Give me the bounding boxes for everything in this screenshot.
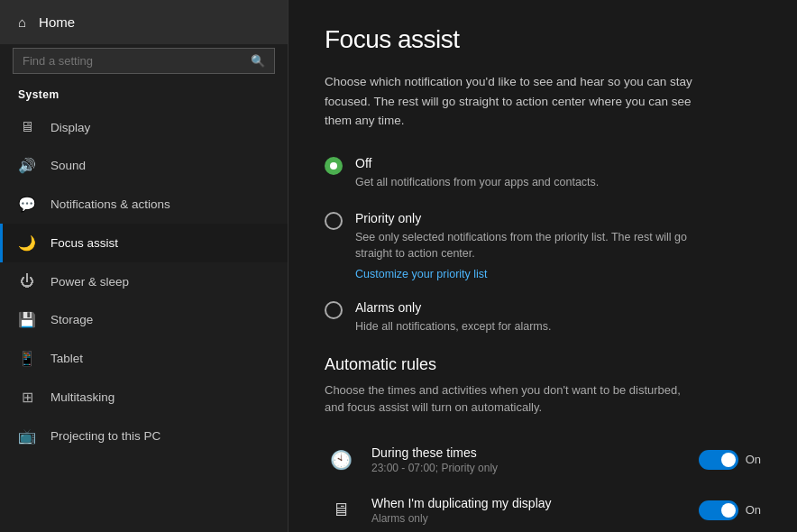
sidebar-home-label: Home — [39, 14, 75, 30]
sidebar: ⌂ Home 🔍 System 🖥 Display 🔊 Sound 💬 Noti… — [0, 0, 289, 532]
automatic-rules-desc: Choose the times and activities when you… — [325, 381, 685, 417]
sidebar-item-display[interactable]: 🖥 Display — [0, 108, 288, 146]
sidebar-item-label: Tablet — [50, 352, 83, 365]
rule-info-duplicating-display: When I'm duplicating my displayAlarms on… — [371, 496, 684, 525]
radio-label-off: OffGet all notifications from your apps … — [355, 156, 599, 191]
sidebar-item-projecting[interactable]: 📺 Projecting to this PC — [0, 417, 288, 455]
radio-option-off[interactable]: OffGet all notifications from your apps … — [325, 156, 761, 191]
toggle-container-during-these-times: On — [699, 450, 761, 470]
sidebar-item-multitasking[interactable]: ⊞ Multitasking — [0, 378, 288, 417]
notifications-icon: 💬 — [18, 196, 36, 213]
sidebar-item-label: Multitasking — [50, 390, 115, 404]
radio-option-alarms-only[interactable]: Alarms onlyHide all notifications, excep… — [325, 300, 761, 335]
sidebar-item-notifications[interactable]: 💬 Notifications & actions — [0, 185, 288, 224]
radio-option-priority-only[interactable]: Priority onlySee only selected notificat… — [325, 211, 761, 281]
tablet-icon: 📱 — [18, 350, 36, 367]
radio-title-alarms-only: Alarms only — [355, 300, 551, 315]
rules-list: 🕙During these times23:00 - 07:00; Priori… — [325, 435, 761, 532]
sidebar-item-label: Sound — [50, 159, 86, 172]
radio-circle-alarms-only[interactable] — [325, 301, 343, 319]
rule-info-during-these-times: During these times23:00 - 07:00; Priorit… — [371, 445, 684, 474]
toggle-switch-during-these-times[interactable] — [699, 450, 738, 470]
page-description: Choose which notification you'd like to … — [325, 72, 721, 131]
rule-sub-during-these-times: 23:00 - 07:00; Priority only — [371, 462, 684, 474]
system-section-label: System — [0, 83, 288, 108]
power-sleep-icon: ⏻ — [18, 273, 36, 289]
radio-circle-priority-only[interactable] — [325, 212, 343, 230]
projecting-icon: 📺 — [18, 427, 36, 445]
storage-icon: 💾 — [18, 311, 36, 328]
sidebar-item-tablet[interactable]: 📱 Tablet — [0, 339, 288, 378]
search-box[interactable]: 🔍 — [13, 48, 275, 74]
main-content: Focus assist Choose which notification y… — [289, 0, 797, 532]
monitor-icon: 🖥 — [325, 494, 357, 527]
rule-sub-duplicating-display: Alarms only — [371, 512, 684, 525]
sidebar-item-focus-assist[interactable]: 🌙 Focus assist — [0, 224, 288, 262]
rule-name-during-these-times: During these times — [371, 445, 684, 460]
toggle-label-during-these-times: On — [746, 453, 761, 466]
focus-assist-icon: 🌙 — [18, 234, 36, 252]
clock-icon: 🕙 — [325, 444, 357, 476]
radio-label-alarms-only: Alarms onlyHide all notifications, excep… — [355, 300, 551, 335]
search-input[interactable] — [23, 54, 243, 68]
sidebar-items-list: 🖥 Display 🔊 Sound 💬 Notifications & acti… — [0, 108, 288, 455]
sidebar-item-sound[interactable]: 🔊 Sound — [0, 146, 288, 185]
search-icon: 🔍 — [251, 54, 265, 68]
radio-desc-priority-only: See only selected notifications from the… — [355, 229, 716, 263]
sidebar-home-button[interactable]: ⌂ Home — [0, 0, 288, 44]
radio-desc-alarms-only: Hide all notifications, except for alarm… — [355, 318, 551, 335]
sidebar-item-label: Storage — [50, 313, 93, 326]
radio-circle-off[interactable] — [325, 157, 343, 175]
home-icon: ⌂ — [18, 14, 26, 30]
sidebar-item-storage[interactable]: 💾 Storage — [0, 300, 288, 339]
rule-name-duplicating-display: When I'm duplicating my display — [371, 496, 684, 510]
rule-row-duplicating-display: 🖥When I'm duplicating my displayAlarms o… — [325, 485, 761, 532]
sidebar-item-label: Projecting to this PC — [50, 429, 160, 443]
sidebar-item-power-sleep[interactable]: ⏻ Power & sleep — [0, 262, 288, 300]
toggle-container-duplicating-display: On — [699, 500, 761, 520]
page-title: Focus assist — [325, 25, 761, 54]
sidebar-item-label: Notifications & actions — [50, 197, 170, 211]
radio-title-off: Off — [355, 156, 599, 170]
multitasking-icon: ⊞ — [18, 389, 36, 406]
radio-options-group: OffGet all notifications from your apps … — [325, 156, 761, 335]
sidebar-item-label: Focus assist — [50, 236, 118, 250]
sidebar-item-label: Display — [50, 121, 90, 134]
priority-list-link[interactable]: Customize your priority list — [355, 268, 716, 280]
automatic-rules-title: Automatic rules — [325, 355, 761, 374]
rule-row-during-these-times: 🕙During these times23:00 - 07:00; Priori… — [325, 435, 761, 485]
radio-desc-off: Get all notifications from your apps and… — [355, 174, 599, 191]
toggle-switch-duplicating-display[interactable] — [699, 500, 738, 520]
display-icon: 🖥 — [18, 119, 36, 135]
radio-title-priority-only: Priority only — [355, 211, 716, 225]
toggle-label-duplicating-display: On — [746, 503, 761, 517]
sound-icon: 🔊 — [18, 157, 36, 174]
radio-label-priority-only: Priority onlySee only selected notificat… — [355, 211, 716, 281]
sidebar-item-label: Power & sleep — [50, 275, 129, 289]
